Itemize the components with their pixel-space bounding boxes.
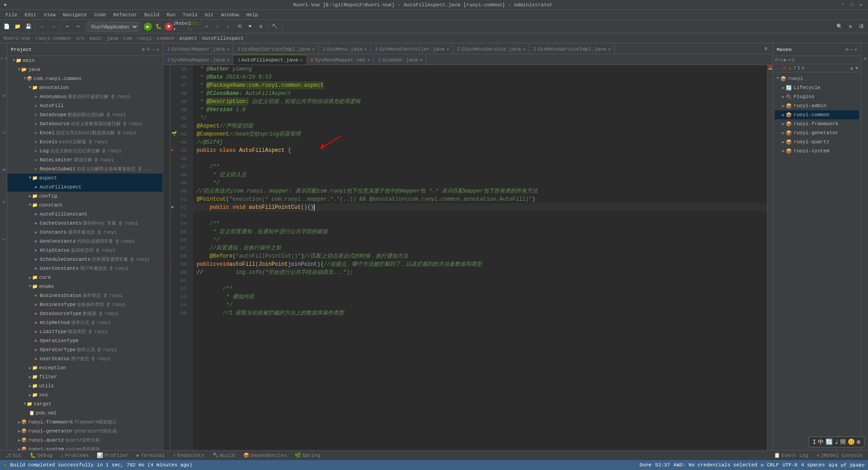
jrebel-btn[interactable]: JRebel ▾ bbox=[177, 22, 187, 32]
tab-dependencies[interactable]: 📦 Dependencies bbox=[240, 451, 290, 460]
redo-btn[interactable]: ↪ bbox=[73, 22, 83, 32]
tab-close[interactable]: ✕ bbox=[226, 57, 229, 63]
bookmark-icon[interactable]: B bbox=[0, 156, 7, 183]
maven-refresh-btn[interactable]: ⟳ bbox=[775, 57, 779, 63]
tab-close[interactable]: ✕ bbox=[312, 47, 315, 52]
tab-git[interactable]: ⎇ Git bbox=[2, 451, 25, 460]
maven-add-btn[interactable]: + bbox=[788, 57, 791, 63]
tree-item-bizstatus[interactable]: ● BusinessStatus 操作状态 @ ruoyi bbox=[7, 291, 163, 300]
git-status-btn[interactable]: Git: ✓ bbox=[191, 22, 201, 32]
tree-item-enums[interactable]: ▼ 📁 enums bbox=[7, 282, 163, 291]
tab-profiler[interactable]: 📊 Profiler bbox=[93, 451, 132, 460]
tree-item-repeatsubmit[interactable]: ● RepeatSubmit 自定义注解防止表单重复提交 @ ... bbox=[7, 164, 163, 174]
close-button[interactable]: ✕ bbox=[857, 2, 864, 8]
bc-root[interactable]: RuoYi-Vue bbox=[4, 36, 30, 41]
tree-item-aspect[interactable]: ▼ 📁 aspect bbox=[7, 174, 163, 183]
aws-icon[interactable]: A bbox=[0, 193, 7, 212]
debug-btn[interactable]: 🐛 bbox=[154, 22, 164, 32]
scroll-down-btn[interactable]: ▼ bbox=[855, 66, 858, 71]
maven-skip-btn[interactable]: ⊟ bbox=[792, 57, 795, 63]
tree-item-cache[interactable]: ● CacheConstants 缓存的key 常量 @ ruoyi bbox=[7, 219, 163, 228]
tree-item-quartz[interactable]: ▶ 📦 ruoyi-quartz quartz定时任务 bbox=[7, 436, 163, 445]
tree-item-datasourcetype[interactable]: ● DataSourceType 数据源 @ ruoyi bbox=[7, 309, 163, 318]
maven-reimport-btn[interactable]: ↻ bbox=[780, 57, 783, 63]
project-close-icon[interactable]: ✕ bbox=[156, 47, 159, 52]
tree-item-ratelimiter[interactable]: ● RateLimiter 限流注解 @ ruoyi bbox=[7, 155, 163, 164]
tree-item-optype2[interactable]: ● OperatorType 操作人员 @ ruoyi bbox=[7, 345, 163, 354]
tab-sysmenuxml[interactable]: X SysMenuMapper.xml ✕ bbox=[307, 55, 374, 65]
tree-item-schedule[interactable]: ● ScheduleConstants 任务调度通用常量 @ ruoyi bbox=[7, 255, 163, 264]
tab-sysmenuserviceimpl[interactable]: J SysMenuServiceImpl.java ✕ bbox=[529, 44, 614, 54]
tree-item-package[interactable]: ▼ 📦 com.ruoyi.common bbox=[7, 74, 163, 83]
menu-window[interactable]: Window bbox=[217, 10, 243, 20]
menu-file[interactable]: File bbox=[2, 10, 21, 20]
tree-item-optype[interactable]: ● OperationType bbox=[7, 336, 163, 345]
commit-icon[interactable]: C bbox=[0, 119, 7, 146]
tab-spring[interactable]: 🌿 Spring bbox=[291, 451, 324, 460]
maven-item-quartz[interactable]: ▶ 📦 ruoyi-quartz bbox=[775, 137, 859, 146]
open-btn[interactable]: 📁 bbox=[13, 22, 23, 32]
tree-item-limittype[interactable]: ● LimitType 限流类型 @ ruoyi bbox=[7, 327, 163, 336]
tree-item-excels[interactable]: ● Excels Excel注解集 @ ruoyi bbox=[7, 137, 163, 146]
tab-close[interactable]: ✕ bbox=[364, 47, 367, 52]
tree-item-excel[interactable]: ● Excel 自定义导出Excel数据源注解 @ ruoyi bbox=[7, 128, 163, 137]
ime-toggle-btn[interactable]: 🔄 bbox=[826, 438, 833, 446]
tree-item-http[interactable]: ● HttpStatus 返回状态码 @ ruoyi bbox=[7, 246, 163, 255]
tab-sysdeptservice[interactable]: J SysDeptServiceImpl.java ✕ bbox=[233, 44, 318, 54]
bc-aspect[interactable]: aspect bbox=[179, 36, 198, 41]
maven-item-generator[interactable]: ▶ 📦 ruoyi-generator bbox=[775, 128, 859, 137]
maximize-button[interactable]: □ bbox=[848, 2, 855, 8]
scroll-up-btn[interactable]: ▲ bbox=[850, 66, 854, 71]
stop-btn[interactable]: ■ bbox=[165, 23, 173, 31]
minimize-button[interactable]: ─ bbox=[839, 2, 846, 8]
settings-btn[interactable]: ⚙ bbox=[845, 22, 855, 32]
tree-item-main[interactable]: ▼ 📁 main bbox=[7, 56, 163, 65]
no-vcs-btn[interactable]: ⊘ bbox=[256, 22, 266, 32]
run-config-select[interactable]: RuoYiApplication bbox=[87, 22, 139, 32]
tab-terminal[interactable]: ▶ Terminal bbox=[133, 451, 168, 460]
done-status[interactable]: Done bbox=[640, 462, 651, 468]
maven-settings-icon[interactable]: ⚙ bbox=[845, 47, 849, 52]
tab-sysmenumap[interactable]: J SysMenuMapper.java ✕ bbox=[163, 55, 233, 65]
bc-java[interactable]: java bbox=[106, 36, 118, 41]
menu-code[interactable]: Code bbox=[90, 10, 109, 20]
bc-com[interactable]: com bbox=[123, 36, 132, 41]
menu-view[interactable]: View bbox=[40, 10, 59, 20]
tree-item-java[interactable]: ▼ 📂 java bbox=[7, 65, 163, 74]
tab-problems[interactable]: ⚠ Problems bbox=[57, 451, 92, 460]
big-data-icon[interactable]: B bbox=[862, 45, 868, 72]
tree-item-core[interactable]: ▶ 📁 core bbox=[7, 273, 163, 282]
tab-build[interactable]: 🔨 Build bbox=[209, 451, 239, 460]
tab-sysmenu[interactable]: J SysMenu.java ✕ bbox=[319, 44, 371, 54]
tab-endpoints[interactable]: ⚡ Endpoints bbox=[170, 451, 208, 460]
tab-close[interactable]: ✕ bbox=[523, 47, 525, 52]
tree-item-system[interactable]: ▶ 📦 ruoyi-system system系统模块 bbox=[7, 445, 163, 450]
tab-autofillaspect[interactable]: J AutoFillAspect.java ✕ bbox=[233, 55, 307, 65]
tree-item-user[interactable]: ● UserConstants 用户常量信息 @ ruoyi bbox=[7, 264, 163, 273]
pull-btn[interactable]: ↓ bbox=[223, 22, 233, 32]
project-collapse-icon[interactable]: — bbox=[151, 47, 155, 52]
tree-item-xss[interactable]: ▶ 📁 xss bbox=[7, 390, 163, 400]
commit-btn[interactable]: ✓ bbox=[202, 22, 212, 32]
back-btn[interactable]: ← bbox=[38, 22, 47, 32]
save-btn[interactable]: 💾 bbox=[24, 22, 33, 32]
menu-refactor[interactable]: Refactor bbox=[109, 10, 141, 20]
tab-close[interactable]: ✕ bbox=[447, 47, 449, 52]
maven-run-btn[interactable]: ▶ bbox=[784, 57, 787, 63]
tree-item-exception[interactable]: ▶ 📁 exception bbox=[7, 363, 163, 372]
structure-icon[interactable]: S bbox=[0, 82, 7, 109]
tree-item-target[interactable]: ▼ 📁 target bbox=[7, 400, 163, 409]
ime-punct-btn[interactable]: ♩ bbox=[835, 438, 838, 446]
ime-settings-btn[interactable]: ⚙ bbox=[857, 438, 860, 446]
encoding-status[interactable]: UTF-8 bbox=[783, 462, 797, 468]
push-btn[interactable]: ↑ bbox=[212, 22, 222, 32]
undo-btn[interactable]: ↩ bbox=[62, 22, 72, 32]
git-stash-btn[interactable]: ⚑ bbox=[245, 22, 255, 32]
maven-item-plugins[interactable]: ▶ 🔌 Plugins bbox=[775, 92, 859, 101]
tab-close[interactable]: ✕ bbox=[226, 47, 229, 52]
window-controls[interactable]: ─ □ ✕ bbox=[839, 2, 864, 8]
bc-file[interactable]: AutoFillAspect bbox=[202, 36, 244, 41]
tab-close[interactable]: ✕ bbox=[420, 57, 422, 63]
tree-item-datasource[interactable]: ● DataSource 自定义多数据源切换注解 @ ruoyi bbox=[7, 119, 163, 128]
search-everywhere-btn[interactable]: 🔍 bbox=[835, 22, 844, 32]
